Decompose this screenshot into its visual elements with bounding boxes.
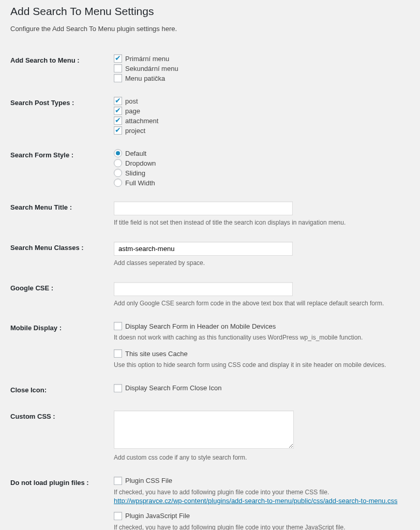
checkbox-footer-menu[interactable] — [114, 74, 122, 82]
checkbox-plugin-js[interactable] — [114, 512, 122, 520]
label-search-menu-classes: Search Menu Classes : — [10, 234, 114, 275]
desc-search-menu-classes: Add classes seperated by space. — [114, 259, 404, 268]
checkbox-attachment[interactable] — [114, 116, 122, 125]
desc-mobile-header: It doesn not work with caching as this f… — [114, 333, 404, 342]
checkbox-post[interactable] — [114, 97, 122, 105]
radio-label-default[interactable]: Default — [125, 150, 146, 157]
checkbox-label-footer-menu[interactable]: Menu patička — [125, 75, 165, 82]
radio-label-sliding[interactable]: Sliding — [125, 169, 145, 177]
checkbox-label-project[interactable]: project — [125, 127, 145, 135]
checkbox-plugin-css[interactable] — [114, 477, 122, 485]
checkbox-label-page[interactable]: page — [125, 107, 140, 115]
desc-plugin-js: If checked, you have to add following pl… — [114, 523, 404, 530]
checkbox-project[interactable] — [114, 126, 122, 135]
checkbox-primary-menu[interactable] — [114, 54, 122, 63]
checkbox-mobile-header[interactable] — [114, 322, 122, 330]
desc-google-cse: Add only Google CSE search form code in … — [114, 299, 404, 308]
checkbox-label-plugin-css[interactable]: Plugin CSS File — [125, 477, 172, 484]
label-google-cse: Google CSE : — [10, 275, 114, 315]
label-search-post-types: Search Post Types : — [10, 90, 114, 142]
radio-default[interactable] — [114, 149, 122, 157]
checkbox-label-post[interactable]: post — [125, 97, 138, 105]
checkbox-label-secondary-menu[interactable]: Sekundární menu — [125, 65, 178, 72]
input-search-menu-title[interactable] — [114, 201, 293, 215]
input-google-cse[interactable] — [114, 282, 293, 296]
checkbox-close-icon[interactable] — [114, 384, 122, 392]
label-search-menu-title: Search Menu Title : — [10, 194, 114, 234]
radio-dropdown[interactable] — [114, 159, 122, 167]
desc-custom-css: Add custom css code if any to style sear… — [114, 453, 404, 462]
desc-uses-cache: Use this option to hide search form usin… — [114, 361, 404, 370]
checkbox-label-close-icon[interactable]: Display Search Form Close Icon — [125, 384, 221, 392]
page-intro: Configure the Add Search To Menu plugin … — [10, 25, 410, 33]
checkbox-label-uses-cache[interactable]: This site uses Cache — [125, 350, 188, 358]
radio-sliding[interactable] — [114, 169, 122, 177]
radio-fullwidth[interactable] — [114, 179, 122, 187]
textarea-custom-css[interactable] — [114, 410, 294, 449]
checkbox-label-attachment[interactable]: attachment — [125, 117, 158, 125]
page-title: Add Search To Menu Settings — [10, 5, 410, 18]
radio-label-dropdown[interactable]: Dropdown — [125, 159, 156, 167]
label-add-search-to-menu: Add Search to Menu : — [10, 47, 114, 90]
label-search-form-style: Search Form Style : — [10, 142, 114, 194]
radio-label-fullwidth[interactable]: Full Width — [125, 179, 155, 187]
label-do-not-load: Do not load plugin files : — [10, 469, 114, 530]
label-custom-css: Custom CSS : — [10, 403, 114, 469]
checkbox-label-mobile-header[interactable]: Display Search Form in Header on Mobile … — [125, 322, 276, 330]
label-mobile-display: Mobile Display : — [10, 315, 114, 377]
desc-plugin-css: If checked, you have to add following pl… — [114, 488, 404, 497]
checkbox-secondary-menu[interactable] — [114, 64, 122, 72]
checkbox-label-plugin-js[interactable]: Plugin JavaScript File — [125, 512, 190, 520]
link-plugin-css[interactable]: http://wpspravce.cz/wp-content/plugins/a… — [114, 497, 397, 505]
input-search-menu-classes[interactable] — [114, 242, 293, 256]
checkbox-label-primary-menu[interactable]: Primární menu — [125, 55, 169, 63]
checkbox-uses-cache[interactable] — [114, 349, 122, 358]
label-close-icon: Close Icon: — [10, 377, 114, 403]
desc-search-menu-title: If title field is not set then instead o… — [114, 218, 404, 227]
checkbox-page[interactable] — [114, 107, 122, 115]
